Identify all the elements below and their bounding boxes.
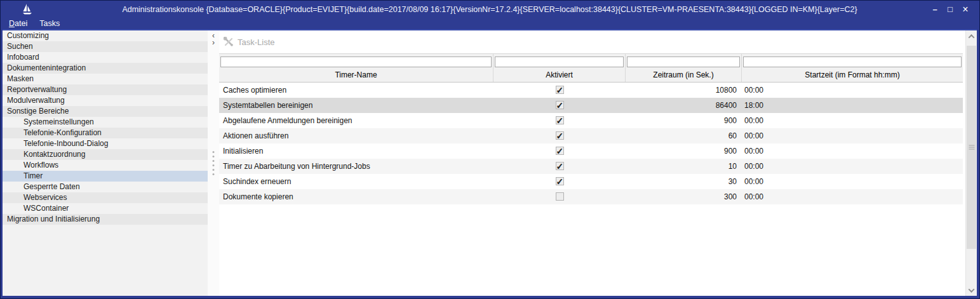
timer-name-cell: Caches optimieren — [219, 83, 493, 98]
chevron-up-icon — [969, 34, 975, 40]
sidebar-item-wscontainer[interactable]: WSContainer — [3, 203, 208, 214]
minimize-button[interactable]: – — [927, 3, 943, 17]
column-header-startzeit[interactable]: Startzeit (im Format hh:mm) — [742, 68, 963, 82]
splitter-arrows: ‹ › — [208, 32, 219, 46]
sidebar-item-kontaktzuordnung[interactable]: Kontaktzuordnung — [3, 149, 208, 160]
navigation-sidebar: CustomizingSuchenInfoboardDokumenteninte… — [3, 30, 208, 296]
panel-title: Task-Liste — [238, 37, 275, 47]
timer-name-cell: Suchindex erneuern — [219, 174, 493, 189]
content-area: CustomizingSuchenInfoboardDokumenteninte… — [3, 30, 977, 296]
startzeit-cell: 00:00 — [742, 159, 963, 174]
window-title: Administrationskonsole {Database=ORACLE}… — [72, 5, 907, 14]
timer-name-cell: Timer zu Abarbeitung von Hintergrund-Job… — [219, 159, 493, 174]
sidebar-item-systemeinstellungen[interactable]: Systemeinstellungen — [3, 117, 208, 128]
checkbox-checked-icon[interactable]: ✓ — [556, 86, 564, 94]
checkbox-checked-icon[interactable]: ✓ — [556, 116, 564, 124]
filter-input-aktiviert[interactable] — [495, 56, 624, 67]
window-controls: – □ × — [927, 1, 973, 18]
filter-cell — [626, 54, 742, 68]
sidebar-item-modulverwaltung[interactable]: Modulverwaltung — [3, 95, 208, 106]
table-body: Caches optimieren✓1080000:00Systemtabell… — [219, 83, 963, 204]
filter-input-zeitraum[interactable] — [627, 56, 740, 67]
menu-tasks[interactable]: Tasks — [39, 19, 60, 28]
filter-row — [219, 54, 963, 68]
column-header-zeitraum[interactable]: Zeitraum (in Sek.) — [626, 68, 742, 82]
app-window: Administrationskonsole {Database=ORACLE}… — [0, 0, 980, 299]
sidebar-item-workflows[interactable]: Workflows — [3, 160, 208, 171]
table-row[interactable]: Aktionen ausführen✓6000:00 — [219, 128, 963, 143]
menu-datei[interactable]: Datei — [9, 19, 27, 28]
task-table: Timer-Name Aktiviert Zeitraum (in Sek.) … — [219, 53, 963, 204]
aktiviert-cell: ✓ — [493, 174, 626, 189]
scroll-down-button[interactable] — [966, 284, 977, 296]
table-row[interactable]: Caches optimieren✓1080000:00 — [219, 83, 963, 98]
scroll-up-button[interactable] — [966, 30, 977, 42]
startzeit-cell: 00:00 — [742, 189, 963, 204]
checkbox-checked-icon[interactable]: ✓ — [556, 177, 564, 185]
filter-input-timer-name[interactable] — [220, 56, 492, 67]
aktiviert-cell: ✓ — [493, 128, 626, 143]
table-row[interactable]: Initialisieren✓90000:00 — [219, 143, 963, 159]
expand-right-icon[interactable]: › — [208, 39, 219, 46]
sidebar-item-dokumentenintegration[interactable]: Dokumentenintegration — [3, 63, 208, 74]
vertical-scrollbar[interactable] — [965, 30, 977, 296]
close-button[interactable]: × — [958, 3, 973, 17]
aktiviert-cell: ✓ — [493, 98, 626, 113]
zeitraum-cell: 300 — [626, 189, 742, 204]
aktiviert-cell — [493, 189, 626, 204]
panel-header: Task-Liste — [219, 30, 965, 53]
sidebar-item-sonstige-bereiche[interactable]: Sonstige Bereiche — [3, 106, 208, 117]
scrollbar-thumb[interactable] — [967, 46, 976, 249]
aktiviert-cell: ✓ — [493, 113, 626, 128]
splitter-grip-dots[interactable] — [213, 151, 215, 175]
sidebar-item-suchen[interactable]: Suchen — [3, 41, 208, 52]
title-bar: Administrationskonsole {Database=ORACLE}… — [3, 1, 977, 18]
sidebar-item-telefonie-konfiguration[interactable]: Telefonie-Konfiguration — [3, 128, 208, 138]
scrollbar-grip-icon — [969, 145, 974, 150]
filter-cell — [742, 54, 963, 68]
tools-icon — [224, 37, 234, 47]
chevron-down-icon — [969, 286, 975, 293]
table-row[interactable]: Suchindex erneuern✓3000:00 — [219, 174, 963, 189]
main-panel: Task-Liste Timer-Name Aktiviert Zeitraum… — [219, 30, 965, 296]
aktiviert-cell: ✓ — [493, 83, 626, 98]
sidebar-list: CustomizingSuchenInfoboardDokumenteninte… — [3, 30, 208, 225]
filter-cell — [493, 54, 626, 68]
column-header-aktiviert[interactable]: Aktiviert — [493, 68, 626, 82]
zeitraum-cell: 10 — [626, 159, 742, 174]
menu-datei-accel: D — [9, 19, 15, 28]
column-header-timer-name[interactable]: Timer-Name — [219, 68, 493, 82]
column-header-row: Timer-Name Aktiviert Zeitraum (in Sek.) … — [219, 68, 963, 82]
sidebar-item-reportverwaltung[interactable]: Reportverwaltung — [3, 84, 208, 95]
zeitraum-cell: 10800 — [626, 83, 742, 98]
table-row[interactable]: Abgelaufene Anmeldungen bereinigen✓90000… — [219, 113, 963, 128]
table-row[interactable]: Systemtabellen bereinigen✓8640018:00 — [219, 98, 963, 113]
sidebar-item-masken[interactable]: Masken — [3, 74, 208, 84]
startzeit-cell: 00:00 — [742, 113, 963, 128]
sidebar-item-gesperrte-daten[interactable]: Gesperrte Daten — [3, 182, 208, 192]
checkbox-checked-icon[interactable]: ✓ — [556, 101, 564, 109]
sidebar-splitter[interactable]: ‹ › — [208, 30, 219, 296]
sidebar-item-webservices[interactable]: Webservices — [3, 192, 208, 203]
sailboat-app-icon — [22, 3, 33, 16]
checkbox-checked-icon[interactable]: ✓ — [556, 147, 564, 155]
zeitraum-cell: 900 — [626, 143, 742, 159]
checkbox-checked-icon[interactable]: ✓ — [556, 131, 564, 140]
table-row[interactable]: Timer zu Abarbeitung von Hintergrund-Job… — [219, 159, 963, 174]
startzeit-cell: 00:00 — [742, 83, 963, 98]
sidebar-item-timer[interactable]: Timer — [3, 171, 208, 182]
maximize-button[interactable]: □ — [943, 3, 958, 17]
table-row[interactable]: Dokumente kopieren30000:00 — [219, 189, 963, 204]
filter-input-startzeit[interactable] — [743, 56, 962, 67]
sidebar-item-infoboard[interactable]: Infoboard — [3, 52, 208, 63]
sidebar-item-migration-und-initialisierung[interactable]: Migration und Initialisierung — [3, 214, 208, 225]
checkbox-unchecked-icon[interactable] — [556, 192, 564, 201]
menu-datei-rest: atei — [15, 19, 27, 28]
sidebar-item-customizing[interactable]: Customizing — [3, 30, 208, 41]
timer-name-cell: Dokumente kopieren — [219, 189, 493, 204]
checkbox-checked-icon[interactable]: ✓ — [556, 162, 564, 170]
timer-name-cell: Abgelaufene Anmeldungen bereinigen — [219, 113, 493, 128]
startzeit-cell: 00:00 — [742, 143, 963, 159]
timer-name-cell: Aktionen ausführen — [219, 128, 493, 143]
sidebar-item-telefonie-inbound-dialog[interactable]: Telefonie-Inbound-Dialog — [3, 138, 208, 149]
